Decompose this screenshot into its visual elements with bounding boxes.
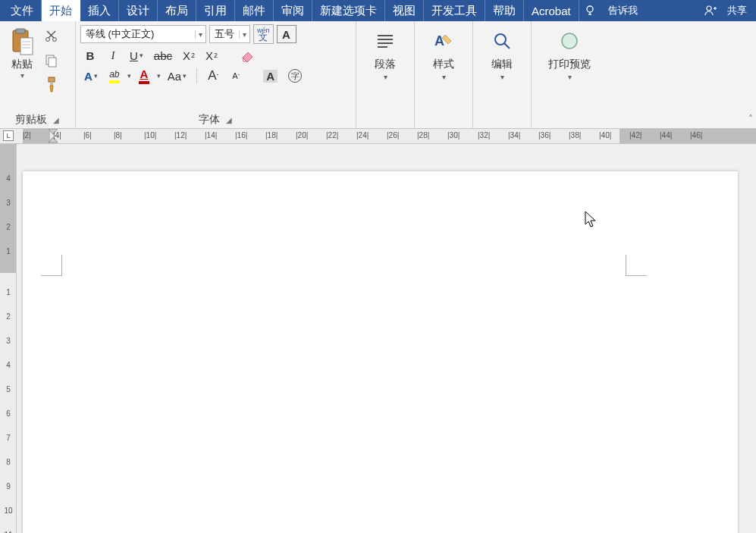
- ruler-mark: |6|: [83, 131, 92, 140]
- font-name-dropdown[interactable]: ▾: [195, 30, 205, 39]
- grow-font-button[interactable]: Aˆ: [203, 67, 223, 85]
- tell-me-search[interactable]: 告诉我: [601, 0, 645, 21]
- cut-button[interactable]: [41, 26, 62, 47]
- format-painter-button[interactable]: [41, 74, 62, 96]
- group-editing: 编辑 ▾: [473, 21, 532, 128]
- clear-formatting-button[interactable]: [237, 46, 259, 64]
- find-icon: [490, 29, 514, 53]
- tab-view[interactable]: 视图: [385, 0, 424, 21]
- tab-acrobat[interactable]: Acrobat: [524, 0, 579, 21]
- tab-review[interactable]: 审阅: [274, 0, 312, 21]
- font-size-combo[interactable]: 五号 ▾: [209, 25, 250, 43]
- document-page[interactable]: [23, 171, 738, 533]
- ruler-mark: 2: [3, 223, 14, 231]
- svg-text:A: A: [434, 33, 444, 49]
- vertical-ruler[interactable]: 43211234567891011: [0, 144, 17, 533]
- margin-corner-tr: [626, 255, 647, 276]
- ruler-mark: 1: [3, 247, 14, 256]
- tab-home[interactable]: 开始: [42, 0, 80, 21]
- clipboard-icon: [10, 27, 34, 56]
- group-clipboard-label: 剪贴板: [15, 113, 47, 127]
- ruler-mark: |12|: [174, 131, 187, 140]
- character-border-button[interactable]: A: [277, 25, 296, 43]
- collapse-ribbon-button[interactable]: ˄: [748, 114, 753, 124]
- page-surface[interactable]: [17, 144, 756, 533]
- group-paragraph: 段落 ▾: [356, 21, 415, 128]
- font-name-combo[interactable]: 等线 (中文正文) ▾: [80, 25, 206, 43]
- paragraph-label: 段落: [375, 58, 396, 71]
- strikethrough-button[interactable]: abc: [150, 46, 176, 64]
- paragraph-icon: [373, 29, 397, 53]
- editing-label: 编辑: [491, 58, 513, 71]
- font-name-value: 等线 (中文正文): [81, 27, 195, 41]
- highlight-swatch: [109, 80, 120, 83]
- svg-line-15: [47, 31, 54, 38]
- ruler-mark: |2|: [23, 131, 31, 140]
- clipboard-launcher[interactable]: ◢: [52, 116, 61, 124]
- text-effects-button[interactable]: A▾: [80, 67, 102, 85]
- tab-help[interactable]: 帮助: [485, 0, 524, 21]
- font-size-dropdown[interactable]: ▾: [239, 30, 249, 39]
- character-shading-button[interactable]: A: [259, 67, 281, 85]
- tab-selector[interactable]: L: [3, 130, 14, 141]
- svg-rect-18: [49, 77, 55, 82]
- ruler-mark: |22|: [326, 131, 338, 140]
- ruler-mark: |18|: [265, 131, 278, 140]
- subscript-button[interactable]: X2: [179, 46, 199, 64]
- ruler-mark: 2: [3, 312, 14, 321]
- font-color-button[interactable]: A: [134, 67, 154, 85]
- tab-insert[interactable]: 插入: [80, 0, 119, 21]
- ruler-mark: |16|: [235, 131, 247, 140]
- print-preview-button[interactable]: 打印预览 ▾: [536, 24, 603, 81]
- tab-developer[interactable]: 开发工具: [424, 0, 485, 21]
- svg-point-12: [46, 38, 50, 42]
- bold-button[interactable]: B: [80, 46, 100, 64]
- highlight-color-button[interactable]: ab: [105, 67, 124, 85]
- svg-line-26: [504, 43, 510, 49]
- ruler-mark: |8|: [114, 131, 122, 140]
- italic-button[interactable]: I: [103, 46, 123, 64]
- ruler-mark: |20|: [296, 131, 308, 140]
- paste-button[interactable]: 粘贴 ▾: [5, 24, 39, 80]
- margin-corner-tl: [41, 255, 62, 276]
- tab-layout[interactable]: 布局: [158, 0, 196, 21]
- eraser-icon: [240, 49, 256, 62]
- paragraph-button[interactable]: 段落 ▾: [361, 24, 409, 81]
- copy-icon: [45, 54, 58, 67]
- horizontal-ruler[interactable]: L |2||4||6||8||10||12||14||16||18||20||2…: [0, 129, 756, 144]
- tab-design[interactable]: 设计: [119, 0, 158, 21]
- ruler-mark: |32|: [478, 131, 490, 140]
- ruler-mark: 7: [3, 434, 14, 442]
- styles-button[interactable]: A 样式 ▾: [419, 24, 468, 81]
- shrink-font-button[interactable]: Aˇ: [226, 67, 246, 85]
- svg-rect-19: [50, 82, 53, 86]
- ruler-mark: |46|: [690, 131, 702, 140]
- ruler-mark: 4: [3, 174, 14, 183]
- svg-line-14: [49, 31, 55, 38]
- ruler-mark: |40|: [599, 131, 611, 140]
- font-launcher[interactable]: ◢: [224, 116, 234, 124]
- ruler-mark: 6: [3, 409, 14, 418]
- ruler-mark: |4|: [53, 131, 61, 140]
- svg-point-27: [562, 33, 577, 49]
- svg-point-3: [707, 6, 711, 11]
- copy-button[interactable]: [41, 50, 62, 71]
- enclose-characters-button[interactable]: 字: [284, 67, 306, 85]
- paste-label: 粘贴: [11, 58, 33, 71]
- phonetic-guide-button[interactable]: wén 文: [253, 24, 274, 44]
- superscript-button[interactable]: X2: [202, 46, 221, 64]
- document-area: 43211234567891011: [0, 144, 756, 533]
- ruler-mark: 4: [3, 361, 14, 369]
- share-button[interactable]: 共享: [721, 0, 753, 21]
- tab-newtab[interactable]: 新建选项卡: [312, 0, 385, 21]
- paintbrush-icon: [45, 77, 58, 93]
- underline-button[interactable]: U▾: [126, 46, 147, 64]
- tab-mailings[interactable]: 邮件: [235, 0, 274, 21]
- ruler-mark: |38|: [569, 131, 581, 140]
- change-case-button[interactable]: Aa▾: [164, 67, 190, 85]
- group-font: 等线 (中文正文) ▾ 五号 ▾ wén 文 A B I U▾ abc: [76, 21, 356, 128]
- editing-button[interactable]: 编辑 ▾: [478, 24, 526, 81]
- tab-references[interactable]: 引用: [196, 0, 235, 21]
- tab-file[interactable]: 文件: [3, 0, 42, 21]
- svg-rect-8: [20, 38, 33, 55]
